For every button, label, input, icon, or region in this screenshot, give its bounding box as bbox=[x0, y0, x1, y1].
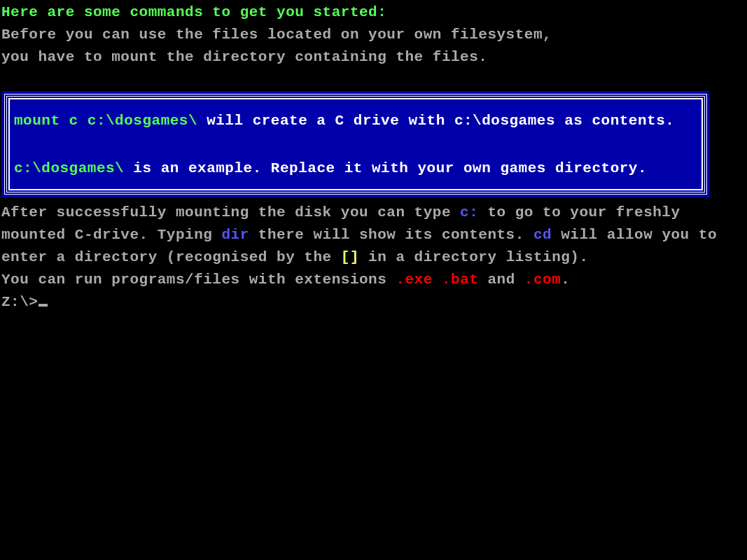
intro-line-1: Before you can use the files located on … bbox=[1, 24, 746, 46]
terminal-screen[interactable]: Here are some commands to get you starte… bbox=[0, 0, 747, 315]
prompt-text: Z:\> bbox=[1, 294, 38, 310]
help-box-line-1: mount c c:\dosgames\ will create a C dri… bbox=[14, 109, 697, 133]
text-segment: will allow you to bbox=[552, 227, 717, 243]
after-text-line-4: You can run programs/files with extensio… bbox=[1, 269, 746, 291]
text-segment: enter a directory (recognised by the bbox=[1, 249, 341, 265]
help-box: mount c c:\dosgames\ will create a C dri… bbox=[1, 91, 710, 197]
after-text-line-3: enter a directory (recognised by the [] … bbox=[1, 246, 746, 269]
cd-command: cd bbox=[533, 227, 552, 243]
text-segment: to go to your freshly bbox=[478, 204, 680, 220]
text-segment: . bbox=[561, 272, 570, 288]
text-segment: mounted C-drive. Typing bbox=[1, 227, 221, 243]
help-box-line-2: c:\dosgames\ is an example. Replace it w… bbox=[14, 157, 697, 181]
after-text-line-2: mounted C-drive. Typing dir there will s… bbox=[1, 224, 746, 246]
intro-line-2: you have to mount the directory containi… bbox=[1, 46, 746, 69]
example-description: is an example. Replace it with your own … bbox=[124, 160, 647, 176]
brackets-marker: [] bbox=[341, 249, 359, 265]
com-extension: .com bbox=[524, 272, 561, 288]
dir-command: dir bbox=[221, 227, 249, 243]
text-segment: You can run programs/files with extensio… bbox=[1, 272, 396, 288]
mount-command: mount c c:\dosgames\ bbox=[14, 113, 197, 129]
c-drive-command: c: bbox=[460, 204, 478, 220]
text-segment: and bbox=[478, 272, 524, 288]
exe-extension: .exe bbox=[396, 272, 432, 288]
mount-description: will create a C drive with c:\dosgames a… bbox=[197, 113, 674, 129]
cursor bbox=[39, 304, 48, 307]
after-text-line-1: After successfully mounting the disk you… bbox=[1, 202, 746, 224]
text-segment: in a directory listing). bbox=[359, 249, 589, 265]
text-segment: there will show its contents. bbox=[249, 227, 533, 243]
bat-extension: .bat bbox=[442, 272, 478, 288]
text-segment: After successfully mounting the disk you… bbox=[1, 204, 460, 220]
example-path: c:\dosgames\ bbox=[14, 160, 124, 176]
intro-heading: Here are some commands to get you starte… bbox=[1, 1, 746, 24]
text-segment bbox=[433, 272, 442, 288]
command-prompt[interactable]: Z:\> bbox=[1, 291, 746, 314]
